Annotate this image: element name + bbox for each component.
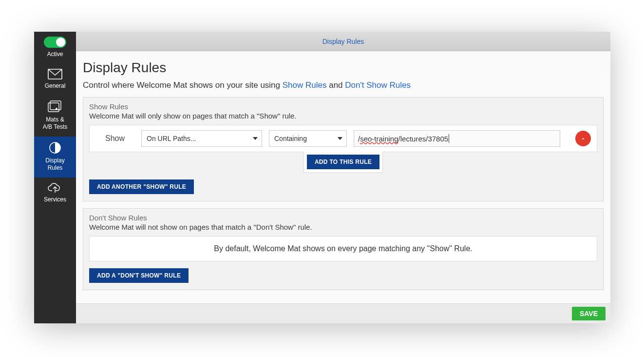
page-subtitle: Control where Welcome Mat shows on your … [83, 80, 604, 90]
sidebar-item-active[interactable]: Active [34, 32, 76, 64]
sidebar-item-label: Active [47, 51, 63, 58]
cloud-upload-icon [48, 182, 62, 193]
condition-select[interactable]: On URL Paths... [141, 130, 262, 147]
save-button[interactable]: SAVE [572, 307, 606, 320]
add-to-rule-wrap: ADD TO THIS RULE [83, 152, 603, 173]
add-to-rule-container: ADD TO THIS RULE [303, 152, 383, 173]
rule-row: Show On URL Paths... Containing /seo-tra… [89, 125, 597, 152]
panel-desc: Welcome Mat will only show on pages that… [83, 112, 603, 125]
dont-show-rules-panel: Don't Show Rules Welcome Mat will not sh… [83, 208, 604, 290]
sidebar-item-label: General [45, 82, 66, 90]
add-to-this-rule-button[interactable]: ADD TO THIS RULE [307, 155, 379, 169]
sidebar-item-display-rules[interactable]: Display Rules [34, 137, 76, 178]
match-select[interactable]: Containing [269, 130, 347, 147]
panel-head: Don't Show Rules [83, 209, 603, 223]
contrast-circle-icon [49, 141, 61, 154]
show-rules-panel: Show Rules Welcome Mat will only show on… [83, 97, 604, 201]
add-dont-show-rule-button[interactable]: ADD A "DON'T SHOW" RULE [89, 268, 189, 283]
sidebar-item-label: Mats & A/B Tests [43, 116, 67, 131]
app-window: Active General Mats & A/B Tests [34, 32, 610, 323]
main: Display Rules Display Rules Control wher… [76, 32, 610, 323]
content: Display Rules Control where Welcome Mat … [76, 51, 610, 303]
sidebar-item-services[interactable]: Services [34, 178, 76, 209]
dont-show-rules-link[interactable]: Don't Show Rules [345, 80, 411, 90]
envelope-icon [48, 69, 62, 79]
url-path-input[interactable]: /seo-training/lectures/37805 [354, 130, 560, 147]
sidebar-item-label: Services [44, 196, 66, 203]
layers-icon [48, 100, 62, 113]
panel-head: Show Rules [83, 98, 603, 112]
toggle-icon[interactable] [44, 37, 66, 48]
remove-rule-button[interactable]: - [575, 131, 591, 146]
add-another-show-rule-button[interactable]: ADD ANOTHER "SHOW" RULE [89, 179, 194, 194]
show-label: Show [95, 134, 134, 143]
tabbar: Display Rules [76, 32, 610, 51]
tab-label[interactable]: Display Rules [322, 38, 364, 45]
sidebar-item-mats[interactable]: Mats & A/B Tests [34, 96, 76, 137]
text-cursor [449, 134, 449, 143]
footer: SAVE [76, 303, 610, 323]
show-rules-link[interactable]: Show Rules [283, 80, 327, 90]
panel-desc: Welcome Mat will not show on pages that … [83, 223, 603, 236]
sidebar-item-general[interactable]: General [34, 64, 76, 96]
sidebar-item-label: Display Rules [45, 157, 64, 172]
page-title: Display Rules [83, 60, 604, 76]
default-message: By default, Welcome Mat shows on every p… [89, 236, 597, 261]
sidebar: Active General Mats & A/B Tests [34, 32, 76, 323]
svg-point-3 [56, 108, 57, 109]
